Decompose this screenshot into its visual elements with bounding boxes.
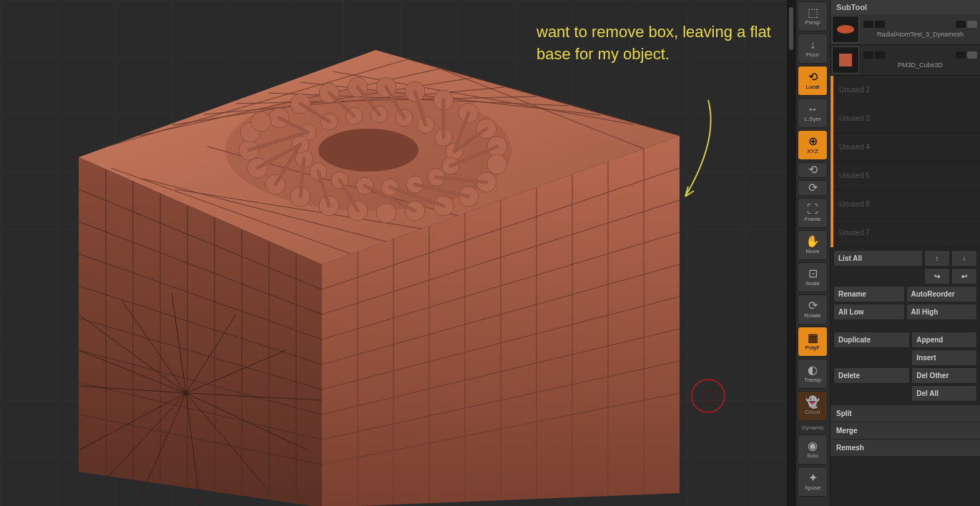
move-up-button[interactable]: ↑ — [924, 250, 950, 267]
subtool-item-0[interactable]: RadialAtomTest_3_Dynamesh — [830, 14, 980, 45]
del-all-button[interactable]: Del All — [911, 385, 977, 402]
subtool-slot[interactable]: Unused 6 — [833, 190, 980, 219]
subtool-vis-icon[interactable] — [875, 21, 885, 28]
indent-left-button[interactable]: ↩ — [951, 268, 977, 284]
move-button[interactable]: ✋Move — [798, 230, 828, 260]
merge-section[interactable]: Merge — [830, 422, 980, 439]
frame-button[interactable]: ⛶Frame — [798, 198, 828, 228]
del-other-button[interactable]: Del Other — [911, 367, 977, 384]
ghost-button[interactable]: 👻Ghost — [798, 391, 828, 421]
right-toolbar: ⬚Persp ↓Floor ⟲Local ↔L.Sym ⊕XYZ ⟲ ⟳ ⛶Fr… — [795, 0, 830, 506]
rotate-button[interactable]: ⟳Rotate — [798, 294, 828, 324]
subtool-vis-icon[interactable] — [863, 51, 873, 59]
scale-button[interactable]: ⊡Scale — [798, 262, 828, 292]
polyf-button[interactable]: ▦PolyF — [798, 327, 828, 357]
brush-cursor-icon — [691, 379, 725, 413]
remesh-section[interactable]: Remesh — [830, 439, 980, 456]
autoreorder-button[interactable]: AutoReorder — [906, 286, 978, 302]
persp-button[interactable]: ⬚Persp — [798, 1, 828, 31]
subtool-panel: SubTool RadialAtomTest_3_Dynamesh — [830, 0, 980, 506]
lsym-button[interactable]: ↔L.Sym — [798, 98, 828, 128]
subtool-name: PM3D_Cube3D — [862, 60, 979, 70]
all-high-button[interactable]: All High — [906, 304, 978, 320]
split-section[interactable]: Split — [830, 405, 980, 422]
subtool-name: RadialAtomTest_3_Dynamesh — [862, 29, 979, 39]
panel-header[interactable]: SubTool — [830, 0, 980, 14]
subtool-vis-icon[interactable] — [956, 51, 966, 59]
delete-button[interactable]: Delete — [833, 367, 910, 384]
duplicate-button[interactable]: Duplicate — [833, 332, 910, 348]
eye-icon[interactable] — [967, 21, 977, 28]
user-annotation: want to remove box, leaving a flat base … — [536, 21, 787, 66]
rendered-mesh[interactable] — [57, 50, 680, 506]
solo-button[interactable]: ◉Solo — [798, 435, 828, 465]
subtool-thumbnail — [832, 16, 859, 43]
indent-right-button[interactable]: ↪ — [924, 268, 950, 284]
svg-point-90 — [251, 111, 271, 132]
annotation-arrow — [680, 96, 722, 204]
local-button[interactable]: ⟲Local — [798, 66, 828, 96]
subtool-slot[interactable]: Unused 5 — [833, 162, 980, 190]
svg-point-77 — [487, 154, 507, 174]
svg-point-66 — [318, 129, 418, 172]
subtool-vis-icon[interactable] — [863, 21, 873, 28]
rotate-y-button[interactable]: ⟲ — [798, 162, 828, 178]
all-low-button[interactable]: All Low — [833, 304, 905, 320]
subtool-vis-icon[interactable] — [875, 51, 885, 59]
floor-button[interactable]: ↓Floor — [798, 34, 828, 64]
xyz-button[interactable]: ⊕XYZ — [798, 130, 828, 160]
list-all-button[interactable]: List All — [833, 250, 923, 267]
rename-button[interactable]: Rename — [833, 286, 905, 302]
subtool-item-1[interactable]: PM3D_Cube3D — [830, 45, 980, 76]
svg-rect-129 — [839, 54, 852, 66]
subtool-slot[interactable]: Unused 3 — [833, 104, 980, 133]
svg-point-82 — [376, 203, 396, 223]
xpose-button[interactable]: ✦Xpose — [798, 467, 828, 497]
subtool-vis-icon[interactable] — [956, 21, 966, 28]
subtool-thumbnail — [832, 46, 859, 74]
subtool-list: RadialAtomTest_3_Dynamesh PM3D_Cube3D Un… — [830, 14, 980, 247]
subtool-slot[interactable]: Unused 4 — [833, 133, 980, 162]
viewport-3d[interactable]: want to remove box, leaving a flat base … — [0, 0, 787, 506]
append-button[interactable]: Append — [911, 332, 977, 348]
dynamic-label: Dynamic — [798, 423, 828, 432]
viewport-scroll[interactable] — [787, 0, 795, 506]
rotate-z-button[interactable]: ⟳ — [798, 180, 828, 196]
move-down-button[interactable]: ↓ — [951, 250, 977, 267]
subtool-slot[interactable]: Unused 2 — [833, 76, 980, 104]
svg-point-128 — [837, 25, 854, 34]
subtool-slot[interactable]: Unused 7 — [833, 219, 980, 247]
insert-button[interactable]: Insert — [911, 349, 977, 366]
eye-icon[interactable] — [967, 51, 977, 59]
transp-button[interactable]: ◐Transp — [798, 359, 828, 389]
